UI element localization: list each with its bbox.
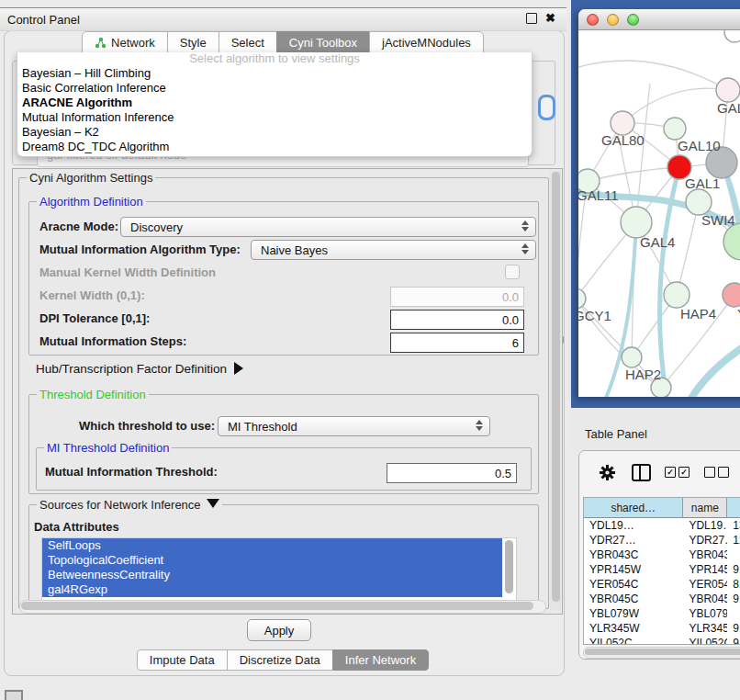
- tab-impute-data[interactable]: Impute Data: [137, 649, 228, 671]
- mi-type-combo[interactable]: Naive Bayes: [251, 240, 536, 260]
- node-gal4[interactable]: [621, 207, 652, 238]
- group-title: Algorithm Definition: [37, 195, 146, 209]
- cyni-settings-scrollpane: Cyni Algorithm Settings Algorithm Defini…: [12, 168, 563, 615]
- column-header[interactable]: [727, 498, 740, 517]
- node-gal10[interactable]: [664, 118, 686, 140]
- tab-cyni-toolbox[interactable]: Cyni Toolbox: [276, 31, 370, 53]
- kernel-width-label: Kernel Width (0,1):: [39, 288, 145, 302]
- horizontal-scrollbar[interactable]: [19, 600, 546, 614]
- svg-text:HAP2: HAP2: [625, 367, 661, 382]
- column-header[interactable]: shared…: [584, 498, 683, 517]
- aracne-mode-combo[interactable]: Discovery: [120, 217, 536, 237]
- menu-item[interactable]: Basic Correlation Inference: [17, 81, 532, 96]
- focused-combo-fragment: [538, 95, 555, 120]
- table-row[interactable]: YIL052CYIL052C9.: [584, 636, 740, 645]
- table-row[interactable]: YBR043CYBR043C: [584, 548, 740, 562]
- node-gcy1[interactable]: [578, 288, 586, 309]
- minimize-traffic-light-icon[interactable]: [607, 14, 619, 26]
- node-gal-top[interactable]: [716, 78, 740, 102]
- vertical-scrollbar[interactable]: [550, 171, 561, 610]
- svg-text:GAL10: GAL10: [678, 138, 721, 153]
- list-item[interactable]: TopologicalCoefficient: [42, 553, 502, 568]
- node-hap4[interactable]: [664, 282, 690, 308]
- svg-text:GCY1: GCY1: [578, 308, 611, 323]
- node[interactable]: [724, 30, 740, 42]
- split-view-button[interactable]: [632, 464, 651, 481]
- table-header-row: shared… name: [584, 498, 740, 518]
- hub-definition-expander[interactable]: Hub/Transcription Factor Definition: [36, 362, 243, 376]
- tab-jactivemnodules[interactable]: jActiveMNodules: [369, 31, 484, 53]
- menu-item-selected[interactable]: ARACNE Algorithm: [17, 96, 532, 110]
- dpi-tolerance-field[interactable]: [390, 310, 524, 330]
- menu-item[interactable]: Bayesian – Hill Climbing: [17, 66, 532, 81]
- table-row[interactable]: YDR27…YDR27…12: [584, 533, 740, 548]
- list-item[interactable]: SelfLoops: [42, 538, 502, 553]
- deselect-all-button[interactable]: [704, 467, 729, 478]
- table-horizontal-scrollbar[interactable]: [583, 647, 740, 659]
- split-columns-icon: [632, 464, 651, 481]
- table-panel-title: Table Panel: [585, 427, 647, 441]
- sources-expander[interactable]: Sources for Network Inference: [37, 498, 222, 512]
- gear-icon: [600, 465, 615, 480]
- table-row[interactable]: YLR345WYLR345W9.: [584, 621, 740, 636]
- kernel-width-field[interactable]: [390, 287, 524, 307]
- group-title: MI Threshold Definition: [44, 441, 172, 455]
- list-scrollbar[interactable]: [505, 540, 513, 593]
- aracne-mode-label: Aracne Mode:: [39, 220, 118, 233]
- control-panel-titlebar: Control Panel ✖: [0, 7, 566, 31]
- table-panel-window: ✓ ✓ shared… name YDL19…YDL19…13 YDR27…YD…: [578, 450, 740, 660]
- mi-threshold-label: Mutual Information Threshold:: [45, 465, 218, 479]
- manual-kernel-label: Manual Kernel Width Definition: [39, 265, 216, 279]
- manual-kernel-checkbox[interactable]: [505, 265, 520, 279]
- control-panel-tabs: Network Style Select Cyni Toolbox jActiv…: [0, 31, 566, 53]
- close-icon[interactable]: ✖: [545, 12, 555, 25]
- table-row[interactable]: YPR145WYPR145W9.: [584, 562, 740, 577]
- table-settings-button[interactable]: [600, 465, 615, 480]
- apply-button[interactable]: Apply: [247, 619, 311, 641]
- svg-text:GAL: GAL: [717, 100, 740, 116]
- node-attribute-table: shared… name YDL19…YDL19…13 YDR27…YDR27……: [583, 497, 740, 645]
- svg-text:GAL80: GAL80: [601, 132, 645, 148]
- svg-text:HAP4: HAP4: [680, 306, 716, 322]
- menu-item[interactable]: Bayesian – K2: [17, 125, 532, 140]
- list-item[interactable]: gal4RGexp: [42, 582, 502, 597]
- unchecked-box-icon: [704, 467, 715, 478]
- group-title: Cyni Algorithm Settings: [27, 171, 155, 185]
- which-threshold-combo[interactable]: MI Threshold: [218, 416, 490, 436]
- unchecked-box-icon: [718, 467, 729, 478]
- network-window-titlebar[interactable]: [578, 9, 740, 30]
- list-item[interactable]: BetweennessCentrality: [42, 568, 502, 582]
- table-row[interactable]: YDL19…YDL19…13: [584, 518, 740, 533]
- checked-box-icon: ✓: [665, 467, 676, 478]
- tab-discretize-data[interactable]: Discretize Data: [227, 649, 333, 671]
- node-hap2[interactable]: [622, 347, 642, 367]
- menu-item[interactable]: Mutual Information Inference: [17, 110, 532, 125]
- node-salmon[interactable]: [723, 283, 740, 307]
- column-header[interactable]: name: [683, 498, 727, 517]
- checked-box-icon: ✓: [678, 467, 690, 478]
- docked-panel-icon[interactable]: [5, 690, 23, 700]
- node-swi4[interactable]: [686, 189, 712, 215]
- combo-arrows-icon: [521, 220, 529, 231]
- table-row[interactable]: YER054CYER054C8.: [584, 577, 740, 592]
- select-all-button[interactable]: ✓ ✓: [665, 467, 690, 478]
- tab-network[interactable]: Network: [82, 31, 168, 53]
- combo-arrows-icon: [521, 243, 529, 254]
- svg-text:SWI4: SWI4: [701, 212, 735, 228]
- mi-steps-field[interactable]: [390, 333, 524, 353]
- float-panel-icon[interactable]: [526, 13, 537, 24]
- algorithm-dropdown-popup: Select algorithm to view settings Bayesi…: [17, 52, 533, 157]
- network-view-window: GAL GAL80 GAL10 GAL1 GAL11 SWI4 GAL4 GCY…: [578, 9, 740, 397]
- tab-infer-network[interactable]: Infer Network: [332, 649, 429, 671]
- table-row[interactable]: YBL079WYBL079W: [584, 606, 740, 621]
- mi-threshold-field[interactable]: [387, 463, 517, 483]
- close-traffic-light-icon[interactable]: [587, 14, 599, 26]
- network-canvas[interactable]: GAL GAL80 GAL10 GAL1 GAL11 SWI4 GAL4 GCY…: [578, 30, 740, 397]
- tab-style[interactable]: Style: [167, 31, 219, 53]
- tab-select[interactable]: Select: [219, 31, 277, 53]
- collapse-down-icon: [207, 499, 219, 508]
- menu-item[interactable]: Dream8 DC_TDC Algorithm: [17, 140, 532, 154]
- which-threshold-label: Which threshold to use:: [79, 419, 215, 433]
- table-row[interactable]: YBR045CYBR045C9.: [584, 592, 740, 606]
- zoom-traffic-light-icon[interactable]: [627, 14, 639, 26]
